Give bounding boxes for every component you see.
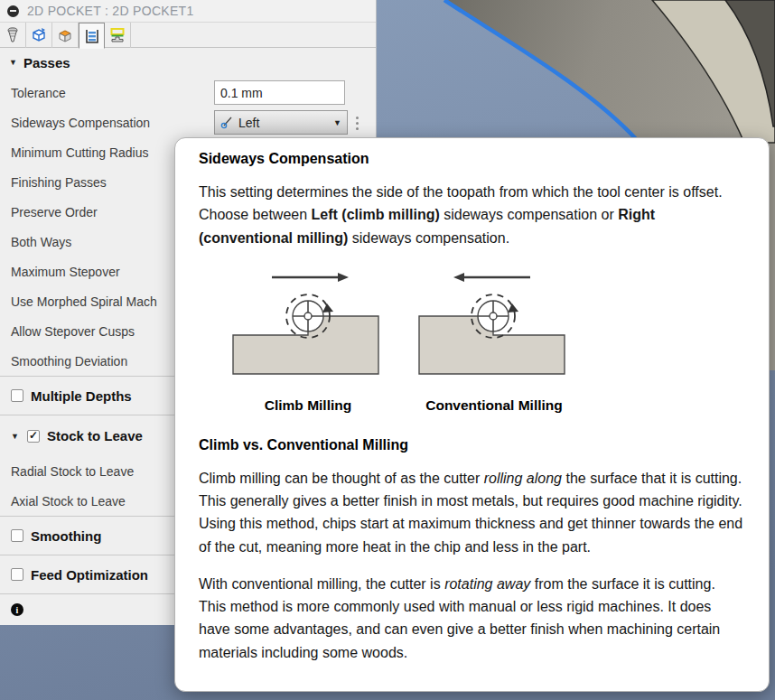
- feed-optimization-checkbox[interactable]: [11, 568, 23, 581]
- radial-stock-label: Radial Stock to Leave: [11, 464, 134, 479]
- milling-diagram-labels: Climb Milling Conventional Milling: [231, 397, 745, 414]
- milling-diagrams: [231, 264, 745, 379]
- passes-section-title: Passes: [23, 55, 70, 70]
- tab-linking[interactable]: [105, 23, 131, 48]
- dialog-titlebar[interactable]: 2D POCKET : 2D POCKET1: [0, 0, 376, 23]
- left-compensation-icon: [220, 116, 234, 129]
- chevron-down-icon[interactable]: ▼: [11, 432, 20, 441]
- tab-bar-filler: [131, 23, 376, 47]
- stock-to-leave-checkbox[interactable]: [27, 430, 40, 443]
- app-window: 2D POCKET : 2D POCKET1: [0, 0, 775, 700]
- climb-milling-label: Climb Milling: [231, 397, 385, 414]
- heights-icon: [56, 26, 74, 44]
- info-icon[interactable]: i: [11, 603, 23, 616]
- tab-geometry[interactable]: [26, 23, 52, 48]
- tab-passes[interactable]: [79, 23, 105, 49]
- climb-milling-diagram: [231, 264, 385, 379]
- sideways-compensation-row: Sideways Compensation Left ▼: [0, 108, 376, 137]
- tolerance-label: Tolerance: [11, 86, 66, 100]
- sideways-compensation-select[interactable]: Left ▼: [214, 110, 348, 135]
- collapse-icon[interactable]: [7, 5, 19, 17]
- parameter-options-menu[interactable]: [352, 113, 361, 133]
- passes-icon: [83, 27, 101, 45]
- tooltip-climb-paragraph: Climb milling can be thought of as the c…: [199, 467, 745, 558]
- chevron-down-icon: ▼: [333, 118, 341, 127]
- dialog-title: 2D POCKET : 2D POCKET1: [27, 4, 194, 18]
- conventional-milling-label: Conventional Milling: [417, 397, 571, 414]
- param-label: Finishing Passes: [11, 175, 107, 190]
- tooltip-title: Sideways Compensation: [199, 151, 745, 167]
- axial-stock-label: Axial Stock to Leave: [11, 494, 126, 509]
- feed-optimization-label: Feed Optimization: [31, 567, 148, 583]
- sideways-compensation-label: Sideways Compensation: [11, 116, 150, 130]
- tab-tool[interactable]: [0, 23, 26, 48]
- multiple-depths-checkbox[interactable]: [11, 389, 23, 402]
- param-label: Allow Stepover Cusps: [11, 324, 135, 339]
- multiple-depths-label: Multiple Depths: [31, 388, 132, 404]
- param-label: Smoothing Deviation: [11, 354, 127, 369]
- chevron-down-icon[interactable]: ▼: [9, 58, 17, 67]
- sideways-compensation-tooltip: Sideways Compensation This setting deter…: [174, 137, 770, 692]
- dialog-tab-bar: [0, 23, 376, 48]
- tooltip-subheading: Climb vs. Conventional Milling: [199, 437, 745, 453]
- param-label: Minimum Cutting Radius: [11, 145, 149, 160]
- smoothing-label: Smoothing: [31, 528, 101, 544]
- conventional-milling-diagram: [417, 264, 571, 379]
- param-label: Preserve Order: [11, 205, 98, 219]
- param-label: Both Ways: [11, 235, 71, 249]
- smoothing-checkbox[interactable]: [11, 529, 23, 542]
- tooltip-conventional-paragraph: With conventional milling, the cutter is…: [199, 573, 745, 664]
- tool-icon: [4, 26, 22, 44]
- stock-to-leave-label: Stock to Leave: [47, 428, 143, 443]
- sideways-compensation-value: Left: [238, 116, 329, 130]
- tab-heights[interactable]: [52, 23, 79, 48]
- geometry-icon: [30, 26, 48, 44]
- tolerance-input[interactable]: [214, 80, 345, 105]
- passes-section-header[interactable]: ▼ Passes: [0, 48, 376, 77]
- tooltip-intro: This setting determines the side of the …: [199, 181, 745, 249]
- param-label: Maximum Stepover: [11, 265, 120, 279]
- linking-icon: [108, 26, 126, 44]
- tolerance-row: Tolerance: [0, 77, 376, 108]
- param-label: Use Morphed Spiral Mach: [11, 294, 157, 309]
